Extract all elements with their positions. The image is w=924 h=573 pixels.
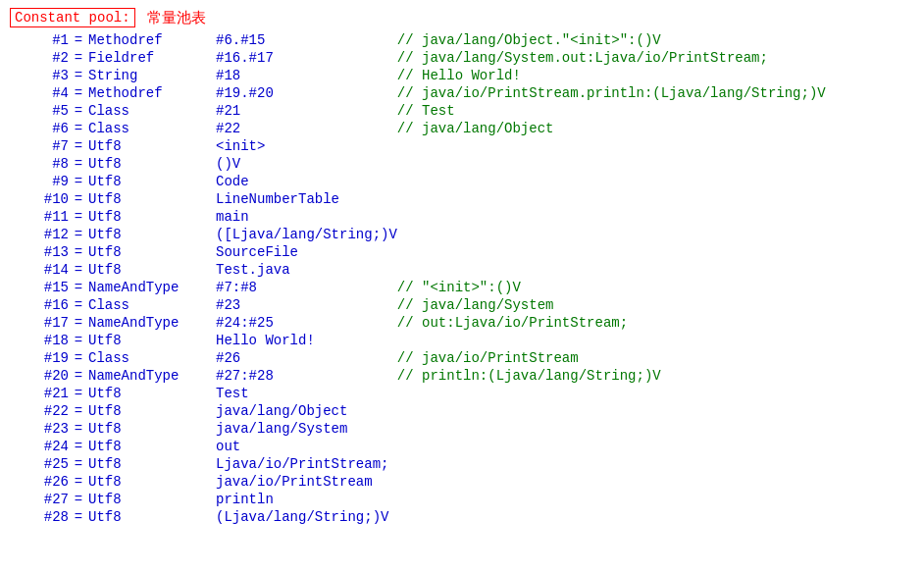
entry-type: Class bbox=[88, 120, 216, 137]
entry-ref: #27:#28 bbox=[216, 367, 397, 385]
entry-eq: = bbox=[69, 455, 88, 473]
entry-eq: = bbox=[69, 473, 88, 491]
entry-index: #14 bbox=[10, 261, 69, 279]
main-container: Constant pool: 常量池表 #1=Methodref#6.#15//… bbox=[0, 0, 924, 534]
entry-ref: #16.#17 bbox=[216, 49, 397, 67]
entry-eq: = bbox=[69, 385, 88, 402]
entry-eq: = bbox=[69, 208, 88, 226]
entry-index: #18 bbox=[10, 332, 69, 349]
entry-ref: Hello World! bbox=[216, 332, 397, 349]
entry-type: Methodref bbox=[88, 31, 216, 49]
entry-ref: Code bbox=[216, 173, 397, 190]
entry-eq: = bbox=[69, 84, 88, 102]
entry-eq: = bbox=[69, 190, 88, 208]
entry-comment bbox=[397, 402, 914, 420]
entry-comment: // println:(Ljava/lang/String;)V bbox=[397, 367, 914, 385]
entry-eq: = bbox=[69, 438, 88, 455]
table-row: #1=Methodref#6.#15// java/lang/Object."<… bbox=[10, 31, 914, 49]
table-row: #15=NameAndType#7:#8// "<init>":()V bbox=[10, 279, 914, 296]
entry-comment bbox=[397, 190, 914, 208]
table-row: #10=Utf8LineNumberTable bbox=[10, 190, 914, 208]
entry-ref: Test bbox=[216, 385, 397, 402]
entry-index: #24 bbox=[10, 438, 69, 455]
table-row: #13=Utf8SourceFile bbox=[10, 243, 914, 261]
entry-ref: java/io/PrintStream bbox=[216, 473, 397, 491]
entry-index: #11 bbox=[10, 208, 69, 226]
entry-eq: = bbox=[69, 155, 88, 173]
entry-index: #2 bbox=[10, 49, 69, 67]
entry-ref: SourceFile bbox=[216, 243, 397, 261]
entry-comment: // Test bbox=[397, 102, 914, 120]
entry-type: Utf8 bbox=[88, 137, 216, 155]
entry-comment bbox=[397, 385, 914, 402]
entry-eq: = bbox=[69, 420, 88, 438]
table-row: #18=Utf8Hello World! bbox=[10, 332, 914, 349]
entry-eq: = bbox=[69, 31, 88, 49]
entry-eq: = bbox=[69, 102, 88, 120]
entry-ref: #23 bbox=[216, 296, 397, 314]
entry-index: #22 bbox=[10, 402, 69, 420]
table-row: #21=Utf8Test bbox=[10, 385, 914, 402]
entry-type: Utf8 bbox=[88, 243, 216, 261]
entry-type: Utf8 bbox=[88, 261, 216, 279]
entry-type: Utf8 bbox=[88, 402, 216, 420]
entry-index: #15 bbox=[10, 279, 69, 296]
entry-type: Utf8 bbox=[88, 190, 216, 208]
entry-eq: = bbox=[69, 332, 88, 349]
table-row: #3=String#18// Hello World! bbox=[10, 67, 914, 84]
table-row: #6=Class#22// java/lang/Object bbox=[10, 120, 914, 137]
table-row: #2=Fieldref#16.#17// java/lang/System.ou… bbox=[10, 49, 914, 67]
entry-ref: #6.#15 bbox=[216, 31, 397, 49]
table-row: #17=NameAndType#24:#25// out:Ljava/io/Pr… bbox=[10, 314, 914, 332]
entry-ref: #21 bbox=[216, 102, 397, 120]
entry-type: String bbox=[88, 67, 216, 84]
entry-comment bbox=[397, 226, 914, 243]
entry-index: #6 bbox=[10, 120, 69, 137]
constant-pool-label: Constant pool: bbox=[10, 8, 135, 27]
entry-eq: = bbox=[69, 314, 88, 332]
entry-comment bbox=[397, 173, 914, 190]
entry-comment: // java/lang/System bbox=[397, 296, 914, 314]
entry-index: #9 bbox=[10, 173, 69, 190]
table-row: #9=Utf8Code bbox=[10, 173, 914, 190]
entry-comment: // out:Ljava/io/PrintStream; bbox=[397, 314, 914, 332]
entry-comment bbox=[397, 261, 914, 279]
entry-comment bbox=[397, 208, 914, 226]
entry-index: #25 bbox=[10, 455, 69, 473]
entry-index: #12 bbox=[10, 226, 69, 243]
entry-ref: #18 bbox=[216, 67, 397, 84]
entry-type: Utf8 bbox=[88, 420, 216, 438]
entry-type: Utf8 bbox=[88, 385, 216, 402]
entry-comment bbox=[397, 438, 914, 455]
entry-type: Utf8 bbox=[88, 508, 216, 526]
entry-comment: // java/lang/Object bbox=[397, 120, 914, 137]
entry-index: #13 bbox=[10, 243, 69, 261]
entry-type: Methodref bbox=[88, 84, 216, 102]
entry-type: Utf8 bbox=[88, 455, 216, 473]
entry-comment bbox=[397, 137, 914, 155]
entry-ref: println bbox=[216, 491, 397, 508]
entry-type: Class bbox=[88, 102, 216, 120]
entry-type: NameAndType bbox=[88, 314, 216, 332]
entry-comment: // "<init>":()V bbox=[397, 279, 914, 296]
entry-type: Utf8 bbox=[88, 226, 216, 243]
entry-eq: = bbox=[69, 279, 88, 296]
entry-index: #19 bbox=[10, 349, 69, 367]
table-row: #27=Utf8println bbox=[10, 491, 914, 508]
table-row: #14=Utf8Test.java bbox=[10, 261, 914, 279]
entry-ref: ()V bbox=[216, 155, 397, 173]
table-row: #25=Utf8Ljava/io/PrintStream; bbox=[10, 455, 914, 473]
entry-index: #4 bbox=[10, 84, 69, 102]
entry-index: #5 bbox=[10, 102, 69, 120]
table-row: #11=Utf8main bbox=[10, 208, 914, 226]
entry-type: Fieldref bbox=[88, 49, 216, 67]
entry-ref: #19.#20 bbox=[216, 84, 397, 102]
table-row: #20=NameAndType#27:#28// println:(Ljava/… bbox=[10, 367, 914, 385]
entry-comment: // java/lang/System.out:Ljava/io/PrintSt… bbox=[397, 49, 914, 67]
entry-ref: #7:#8 bbox=[216, 279, 397, 296]
entry-ref: Test.java bbox=[216, 261, 397, 279]
entry-ref: (Ljava/lang/String;)V bbox=[216, 508, 397, 526]
entry-type: Utf8 bbox=[88, 173, 216, 190]
entry-eq: = bbox=[69, 173, 88, 190]
entry-type: NameAndType bbox=[88, 279, 216, 296]
